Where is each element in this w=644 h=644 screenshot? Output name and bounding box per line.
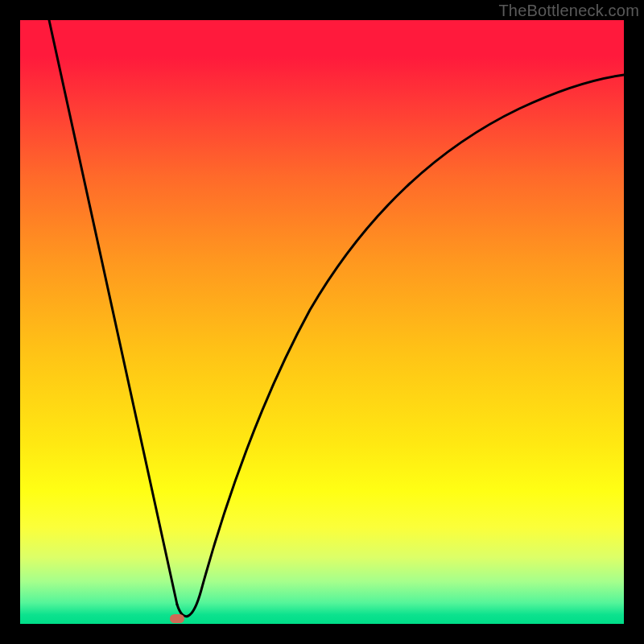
chart-frame: [20, 20, 624, 624]
bottleneck-curve: [20, 20, 624, 624]
curve-right-segment: [177, 75, 624, 617]
curve-left-segment: [49, 20, 177, 605]
optimal-point-marker: [170, 614, 184, 623]
attribution-watermark: TheBottleneck.com: [498, 2, 639, 20]
